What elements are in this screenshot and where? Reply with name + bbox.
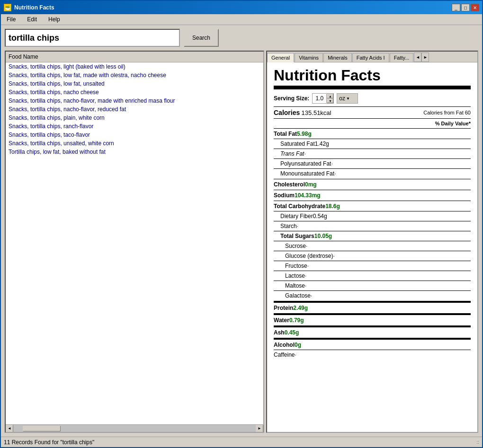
- app-icon: 🥗: [4, 4, 11, 11]
- tab-minerals[interactable]: Minerals: [323, 53, 352, 62]
- nf-row-item: Ash 0.45g: [274, 328, 471, 337]
- nf-row-label: Cholesterol: [274, 181, 305, 188]
- nf-row-value: ·: [305, 272, 306, 279]
- nf-row-label: Protein: [274, 305, 293, 311]
- status-text: 11 Records Found for "tortilla chips": [4, 439, 94, 446]
- food-list-item[interactable]: Snacks, tortilla chips, plain, white cor…: [6, 114, 263, 122]
- search-input[interactable]: [5, 29, 180, 47]
- nf-row-item: Trans Fat ·: [274, 149, 471, 158]
- serving-size-spinner[interactable]: 1.0 ▲ ▼: [312, 93, 334, 104]
- nf-row-item: Caffeine ·: [274, 351, 471, 359]
- nf-thin-line: [274, 221, 471, 221]
- food-list-item[interactable]: Snacks, tortilla chips, low fat, made wi…: [6, 71, 263, 79]
- nutrition-content[interactable]: Nutrition Facts Serving Size: 1.0 ▲ ▼: [267, 62, 477, 432]
- nf-row-value: ·: [297, 223, 298, 229]
- nf-row-item: Total Carbohydrate 18.6g: [274, 202, 471, 211]
- menu-edit[interactable]: Edit: [24, 15, 40, 24]
- spin-down-button[interactable]: ▼: [327, 98, 333, 103]
- nf-thin-line: [274, 158, 471, 159]
- status-bar: 11 Records Found for "tortilla chips" ::: [1, 437, 482, 447]
- nf-row-item: Monounsaturated Fat ·: [274, 169, 471, 178]
- tab-vitamins[interactable]: Vitamins: [295, 53, 323, 62]
- tab-fatty-acids-i[interactable]: Fatty Acids I: [352, 53, 389, 62]
- nf-row-label: Starch: [280, 223, 297, 229]
- food-list-item[interactable]: Snacks, tortilla chips, ranch-flavor: [6, 122, 263, 131]
- spin-up-button[interactable]: ▲: [327, 94, 333, 98]
- nf-row-item: Protein 2.49g: [274, 304, 471, 312]
- food-list-header: Food Name: [6, 52, 263, 62]
- food-list-body[interactable]: Snacks, tortilla chips, light (baked wit…: [6, 62, 263, 424]
- spinner-arrows: ▲ ▼: [327, 94, 333, 103]
- unit-value: oz: [339, 95, 345, 102]
- title-bar-left: 🥗 Nutrition Facts: [4, 4, 54, 11]
- main-content: Search Food Name Snacks, tortilla chips,…: [1, 25, 482, 437]
- menu-bar: File Edit Help: [1, 14, 482, 25]
- food-list-item[interactable]: Snacks, tortilla chips, nacho-flavor, re…: [6, 105, 263, 114]
- food-list-item[interactable]: Tortilla chips, low fat, baked without f…: [6, 148, 263, 156]
- nf-divider: [274, 190, 471, 190]
- nf-row-value: 5.98g: [297, 131, 312, 137]
- nf-row-label: Sucrose: [285, 243, 306, 249]
- maximize-button[interactable]: □: [461, 4, 470, 11]
- nf-row-value: ·: [333, 253, 334, 259]
- nf-row-label: Lactose: [285, 272, 305, 279]
- nf-row-value: ·: [295, 351, 296, 358]
- main-window: 🥗 Nutrition Facts _ □ ✕ File Edit Help S…: [0, 0, 483, 448]
- nf-thin-line: [274, 271, 471, 271]
- nf-row-value: 104.33mg: [295, 192, 321, 199]
- tab-general[interactable]: General: [267, 53, 294, 62]
- nf-row-item: Total Sugars 10.05g: [274, 232, 471, 240]
- food-list-item[interactable]: Snacks, tortilla chips, unsalted, white …: [6, 139, 263, 148]
- nf-thin-line: [274, 149, 471, 149]
- serving-size-label: Serving Size:: [274, 95, 309, 102]
- scroll-left-arrow[interactable]: ◄: [6, 425, 13, 432]
- food-list-item[interactable]: Snacks, tortilla chips, light (baked wit…: [6, 62, 263, 71]
- nf-row-item: Alcohol 0g: [274, 341, 471, 349]
- right-panel: GeneralVitaminsMineralsFatty Acids IFatt…: [266, 51, 478, 433]
- tab-fatty...[interactable]: Fatty...: [390, 53, 414, 62]
- food-list-item[interactable]: Snacks, tortilla chips, taco-flavor: [6, 131, 263, 139]
- nf-row-item: Fructose ·: [274, 262, 471, 270]
- nf-row-label: Sodium: [274, 192, 295, 199]
- nf-thin-line: [274, 290, 471, 291]
- nf-row-label: Trans Fat: [280, 150, 304, 157]
- nf-thin-line: [274, 261, 471, 261]
- nf-thin-line: [274, 281, 471, 281]
- nf-row-label: Total Fat: [274, 131, 297, 137]
- nf-divider: [274, 338, 471, 340]
- nf-row-value: 0mg: [305, 181, 317, 188]
- nf-row-value: ·: [305, 282, 306, 289]
- close-button[interactable]: ✕: [471, 4, 479, 11]
- nf-row-label: Galactose: [285, 292, 311, 299]
- scroll-right-arrow[interactable]: ►: [256, 425, 263, 432]
- nf-row-value: ·: [331, 160, 332, 167]
- food-list-item[interactable]: Snacks, tortilla chips, low fat, unsalte…: [6, 79, 263, 88]
- food-list-panel: Food Name Snacks, tortilla chips, light …: [5, 51, 264, 433]
- food-list-item[interactable]: Snacks, tortilla chips, nacho-flavor, ma…: [6, 97, 263, 105]
- food-list-item[interactable]: Snacks, tortilla chips, nacho cheese: [6, 88, 263, 97]
- h-scroll-thumb[interactable]: [23, 426, 61, 431]
- menu-help[interactable]: Help: [45, 15, 63, 24]
- nf-divider: [274, 313, 471, 315]
- menu-file[interactable]: File: [4, 15, 18, 24]
- nf-border-2: [274, 118, 471, 119]
- nf-title: Nutrition Facts: [274, 67, 471, 84]
- nf-row-label: Monounsaturated Fat: [280, 170, 334, 177]
- resize-grip[interactable]: ::: [476, 439, 479, 445]
- nf-row-item: Sodium 104.33mg: [274, 191, 471, 200]
- search-button[interactable]: Search: [184, 29, 219, 47]
- tab-nav-right[interactable]: ►: [421, 53, 429, 62]
- nf-row-label: Saturated Fat: [280, 141, 315, 147]
- unit-select[interactable]: oz ▼: [337, 93, 358, 104]
- title-controls: _ □ ✕: [452, 4, 479, 11]
- tab-nav-left[interactable]: ◄: [414, 53, 421, 62]
- nf-row-item: Glucose (dextrose) ·: [274, 252, 471, 260]
- nf-row-item: Starch ·: [274, 222, 471, 230]
- nf-row-label: Glucose (dextrose): [285, 253, 333, 259]
- calories-from-fat-value: 60: [465, 110, 471, 115]
- nf-row-value: 2.49g: [293, 305, 308, 311]
- minimize-button[interactable]: _: [452, 4, 460, 11]
- nf-row-label: Polyunsaturated Fat: [280, 160, 331, 167]
- nf-row-label: Maltose: [285, 282, 305, 289]
- nf-row-value: 1.42g: [315, 141, 329, 147]
